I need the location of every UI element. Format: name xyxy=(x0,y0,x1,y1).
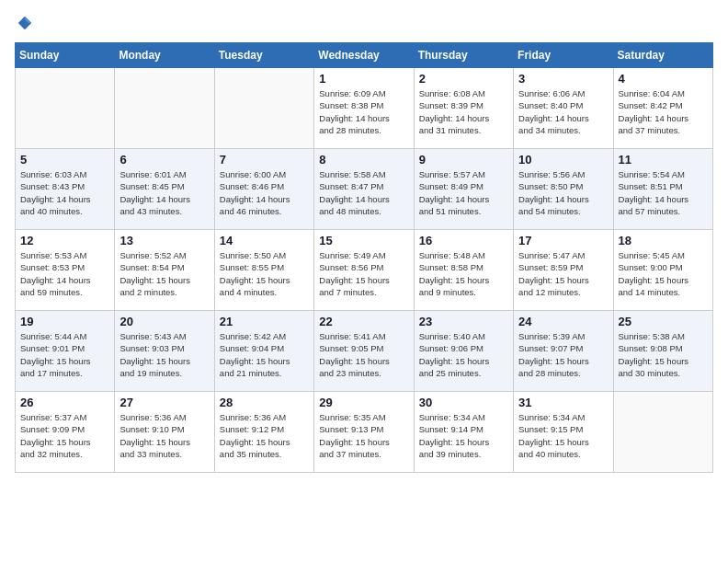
day-number: 9 xyxy=(419,153,508,167)
day-info: Sunrise: 5:45 AM Sunset: 9:00 PM Dayligh… xyxy=(619,249,708,298)
day-info: Sunrise: 5:58 AM Sunset: 8:47 PM Dayligh… xyxy=(319,168,408,217)
day-info: Sunrise: 5:36 AM Sunset: 9:10 PM Dayligh… xyxy=(119,411,209,460)
day-number: 21 xyxy=(220,315,309,328)
calendar-cell: 23Sunrise: 5:40 AM Sunset: 9:06 PM Dayli… xyxy=(414,311,513,392)
day-info: Sunrise: 5:47 AM Sunset: 8:59 PM Dayligh… xyxy=(518,249,608,298)
day-number: 24 xyxy=(518,315,608,328)
calendar-cell xyxy=(214,68,313,149)
day-number: 29 xyxy=(319,396,408,409)
calendar-table: SundayMondayTuesdayWednesdayThursdayFrid… xyxy=(15,42,713,473)
day-number: 22 xyxy=(319,315,408,328)
column-header-wednesday: Wednesday xyxy=(314,43,414,68)
calendar-cell: 5Sunrise: 6:03 AM Sunset: 8:43 PM Daylig… xyxy=(16,149,115,230)
column-header-tuesday: Tuesday xyxy=(214,43,313,68)
calendar-cell: 24Sunrise: 5:39 AM Sunset: 9:07 PM Dayli… xyxy=(514,311,613,392)
day-number: 4 xyxy=(619,72,708,86)
calendar-cell: 19Sunrise: 5:44 AM Sunset: 9:01 PM Dayli… xyxy=(16,311,115,392)
day-info: Sunrise: 6:03 AM Sunset: 8:43 PM Dayligh… xyxy=(20,168,109,217)
day-info: Sunrise: 5:39 AM Sunset: 9:07 PM Dayligh… xyxy=(518,330,608,379)
day-info: Sunrise: 5:44 AM Sunset: 9:01 PM Dayligh… xyxy=(20,330,109,379)
day-info: Sunrise: 5:35 AM Sunset: 9:13 PM Dayligh… xyxy=(319,411,408,460)
day-number: 31 xyxy=(518,396,608,409)
day-info: Sunrise: 5:36 AM Sunset: 9:12 PM Dayligh… xyxy=(220,411,309,460)
calendar-cell: 10Sunrise: 5:56 AM Sunset: 8:50 PM Dayli… xyxy=(514,149,613,230)
day-number: 28 xyxy=(220,396,309,409)
day-info: Sunrise: 5:34 AM Sunset: 9:14 PM Dayligh… xyxy=(419,411,508,460)
day-info: Sunrise: 5:38 AM Sunset: 9:08 PM Dayligh… xyxy=(619,330,708,379)
day-number: 25 xyxy=(619,315,708,328)
day-number: 12 xyxy=(20,234,109,247)
day-number: 2 xyxy=(419,72,508,86)
day-info: Sunrise: 5:41 AM Sunset: 9:05 PM Dayligh… xyxy=(319,330,408,379)
calendar-header-row: SundayMondayTuesdayWednesdayThursdayFrid… xyxy=(16,43,713,68)
calendar-cell: 14Sunrise: 5:50 AM Sunset: 8:55 PM Dayli… xyxy=(214,230,313,311)
calendar-week-row: 5Sunrise: 6:03 AM Sunset: 8:43 PM Daylig… xyxy=(16,149,713,230)
calendar-cell: 1Sunrise: 6:09 AM Sunset: 8:38 PM Daylig… xyxy=(314,68,414,149)
calendar-cell: 8Sunrise: 5:58 AM Sunset: 8:47 PM Daylig… xyxy=(314,149,414,230)
day-info: Sunrise: 5:53 AM Sunset: 8:53 PM Dayligh… xyxy=(20,249,109,298)
day-info: Sunrise: 5:34 AM Sunset: 9:15 PM Dayligh… xyxy=(518,411,608,460)
logo-icon xyxy=(17,15,33,31)
calendar-cell: 30Sunrise: 5:34 AM Sunset: 9:14 PM Dayli… xyxy=(414,392,513,473)
logo xyxy=(15,15,33,31)
day-number: 7 xyxy=(220,153,309,167)
calendar-cell: 27Sunrise: 5:36 AM Sunset: 9:10 PM Dayli… xyxy=(115,392,214,473)
calendar-cell: 31Sunrise: 5:34 AM Sunset: 9:15 PM Dayli… xyxy=(514,392,613,473)
day-info: Sunrise: 5:37 AM Sunset: 9:09 PM Dayligh… xyxy=(20,411,109,460)
day-number: 10 xyxy=(518,153,608,167)
calendar-week-row: 1Sunrise: 6:09 AM Sunset: 8:38 PM Daylig… xyxy=(16,68,713,149)
day-number: 27 xyxy=(119,396,209,409)
column-header-monday: Monday xyxy=(115,43,214,68)
day-number: 19 xyxy=(20,315,109,328)
calendar-cell: 12Sunrise: 5:53 AM Sunset: 8:53 PM Dayli… xyxy=(16,230,115,311)
calendar-cell: 6Sunrise: 6:01 AM Sunset: 8:45 PM Daylig… xyxy=(115,149,214,230)
day-info: Sunrise: 6:00 AM Sunset: 8:46 PM Dayligh… xyxy=(220,168,309,217)
calendar-cell: 3Sunrise: 6:06 AM Sunset: 8:40 PM Daylig… xyxy=(514,68,613,149)
day-number: 15 xyxy=(319,234,408,247)
day-info: Sunrise: 5:49 AM Sunset: 8:56 PM Dayligh… xyxy=(319,249,408,298)
calendar-cell: 21Sunrise: 5:42 AM Sunset: 9:04 PM Dayli… xyxy=(214,311,313,392)
calendar-cell: 26Sunrise: 5:37 AM Sunset: 9:09 PM Dayli… xyxy=(16,392,115,473)
calendar-week-row: 12Sunrise: 5:53 AM Sunset: 8:53 PM Dayli… xyxy=(16,230,713,311)
day-info: Sunrise: 5:54 AM Sunset: 8:51 PM Dayligh… xyxy=(619,168,708,217)
day-info: Sunrise: 5:43 AM Sunset: 9:03 PM Dayligh… xyxy=(119,330,209,379)
day-number: 6 xyxy=(119,153,209,167)
calendar-cell: 4Sunrise: 6:04 AM Sunset: 8:42 PM Daylig… xyxy=(613,68,712,149)
calendar-cell: 7Sunrise: 6:00 AM Sunset: 8:46 PM Daylig… xyxy=(214,149,313,230)
calendar-cell: 17Sunrise: 5:47 AM Sunset: 8:59 PM Dayli… xyxy=(514,230,613,311)
calendar-week-row: 26Sunrise: 5:37 AM Sunset: 9:09 PM Dayli… xyxy=(16,392,713,473)
calendar-cell: 18Sunrise: 5:45 AM Sunset: 9:00 PM Dayli… xyxy=(613,230,712,311)
day-info: Sunrise: 5:52 AM Sunset: 8:54 PM Dayligh… xyxy=(119,249,209,298)
column-header-friday: Friday xyxy=(514,43,613,68)
day-info: Sunrise: 6:09 AM Sunset: 8:38 PM Dayligh… xyxy=(319,87,408,136)
calendar-cell xyxy=(16,68,115,149)
day-number: 26 xyxy=(20,396,109,409)
day-number: 17 xyxy=(518,234,608,247)
calendar-cell xyxy=(613,392,712,473)
day-number: 11 xyxy=(619,153,708,167)
calendar-cell: 28Sunrise: 5:36 AM Sunset: 9:12 PM Dayli… xyxy=(214,392,313,473)
calendar-cell: 11Sunrise: 5:54 AM Sunset: 8:51 PM Dayli… xyxy=(613,149,712,230)
day-info: Sunrise: 5:56 AM Sunset: 8:50 PM Dayligh… xyxy=(518,168,608,217)
day-info: Sunrise: 5:57 AM Sunset: 8:49 PM Dayligh… xyxy=(419,168,508,217)
calendar-cell: 9Sunrise: 5:57 AM Sunset: 8:49 PM Daylig… xyxy=(414,149,513,230)
day-info: Sunrise: 6:06 AM Sunset: 8:40 PM Dayligh… xyxy=(518,87,608,136)
day-info: Sunrise: 6:04 AM Sunset: 8:42 PM Dayligh… xyxy=(619,87,708,136)
calendar-cell: 20Sunrise: 5:43 AM Sunset: 9:03 PM Dayli… xyxy=(115,311,214,392)
calendar-week-row: 19Sunrise: 5:44 AM Sunset: 9:01 PM Dayli… xyxy=(16,311,713,392)
day-number: 3 xyxy=(518,72,608,86)
calendar-cell: 2Sunrise: 6:08 AM Sunset: 8:39 PM Daylig… xyxy=(414,68,513,149)
calendar-cell: 22Sunrise: 5:41 AM Sunset: 9:05 PM Dayli… xyxy=(314,311,414,392)
calendar-cell: 29Sunrise: 5:35 AM Sunset: 9:13 PM Dayli… xyxy=(314,392,414,473)
calendar-cell xyxy=(115,68,214,149)
calendar-cell: 15Sunrise: 5:49 AM Sunset: 8:56 PM Dayli… xyxy=(314,230,414,311)
day-number: 18 xyxy=(619,234,708,247)
day-info: Sunrise: 6:01 AM Sunset: 8:45 PM Dayligh… xyxy=(119,168,209,217)
day-number: 1 xyxy=(319,72,408,86)
calendar-cell: 25Sunrise: 5:38 AM Sunset: 9:08 PM Dayli… xyxy=(613,311,712,392)
column-header-sunday: Sunday xyxy=(16,43,115,68)
day-number: 8 xyxy=(319,153,408,167)
day-info: Sunrise: 5:42 AM Sunset: 9:04 PM Dayligh… xyxy=(220,330,309,379)
day-number: 13 xyxy=(119,234,209,247)
day-number: 5 xyxy=(20,153,109,167)
